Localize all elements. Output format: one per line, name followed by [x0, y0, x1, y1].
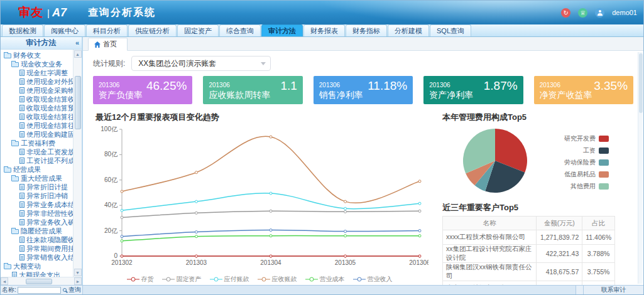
- tree-item[interactable]: 收取现金结算收入: [2, 95, 73, 104]
- main-vertical-scrollbar[interactable]: [638, 52, 643, 284]
- tab-home[interactable]: 首页: [88, 38, 128, 51]
- tree-vscroll-thumb[interactable]: [75, 76, 81, 129]
- nav-tab-5[interactable]: 固定资产: [177, 24, 219, 36]
- svg-text:201303: 201303: [186, 259, 207, 266]
- kpi-card: 20130611.18%销售净利率: [314, 76, 413, 104]
- scroll-left-icon[interactable]: ◄: [1, 277, 8, 285]
- crown-icon[interactable]: ♕: [578, 8, 587, 18]
- brand-separator: |: [47, 8, 50, 18]
- kpi-period: 201306: [319, 82, 340, 88]
- kpi-value: 46.25%: [146, 79, 187, 93]
- nav-tab-6[interactable]: 综合查询: [219, 24, 261, 36]
- tree-item-label: 重大经营成果: [21, 174, 62, 183]
- filter-label: 统计规则:: [93, 58, 125, 69]
- tree-item[interactable]: 现金红字调整: [2, 68, 73, 77]
- tree-search-input[interactable]: [18, 287, 61, 294]
- tree-item[interactable]: 非现金工资发放: [2, 148, 73, 156]
- trend-line-chart[interactable]: 020亿40亿60亿80亿100亿20130220130320130420130…: [90, 124, 428, 272]
- tree-item[interactable]: 使用现金采购物资: [2, 86, 73, 95]
- tree-item[interactable]: 使用现金结算往来款: [2, 121, 73, 130]
- legend-item[interactable]: 存货: [127, 275, 154, 284]
- top-bar: 审友 | A7 查询分析系统 ↻♕ demo01: [1, 1, 643, 24]
- tree-item[interactable]: 收取现金结算往来款: [2, 112, 73, 121]
- app-window: 审友 | A7 查询分析系统 ↻♕ demo01 数据检测阅账中心科目分析供应链…: [0, 0, 644, 295]
- scroll-right-icon[interactable]: ►: [74, 277, 82, 285]
- legend-item[interactable]: 应付账款: [210, 275, 249, 284]
- tree-item[interactable]: 工资计提不列成本费用: [2, 156, 73, 165]
- legend-item[interactable]: 营业收入: [353, 275, 393, 284]
- legend-item[interactable]: 应收账款: [258, 275, 297, 284]
- tree-item-label: 异常期间费用挂账: [26, 244, 73, 253]
- nav-tab-10[interactable]: 分析建模: [388, 24, 429, 36]
- main-vscroll-thumb[interactable]: [639, 53, 643, 113]
- tree-item[interactable]: 使用现金对外投资: [2, 77, 73, 86]
- table-cell: 418,675.57: [537, 263, 582, 281]
- main-area: 首页 统计规则: XX集团总公司演示账套 20130646.25%资产负债率20…: [83, 37, 643, 285]
- document-icon: [19, 149, 25, 155]
- username[interactable]: demo01: [612, 9, 637, 16]
- tree-horizontal-scrollbar[interactable]: ◄ ►: [1, 277, 82, 285]
- user-icon[interactable]: [595, 8, 604, 18]
- scroll-up-icon[interactable]: ▲: [74, 50, 82, 58]
- tree-vertical-scrollbar[interactable]: ▲ ▼: [73, 50, 82, 277]
- legend-item[interactable]: 固定资产: [162, 275, 202, 284]
- kpi-name: 净资产收益率: [540, 90, 592, 101]
- svg-text:201304: 201304: [260, 259, 281, 266]
- tree-item[interactable]: 大额现金支出: [2, 271, 73, 277]
- svg-text:201306: 201306: [409, 259, 428, 266]
- pie-legend-marker[interactable]: [599, 148, 609, 154]
- tree-item[interactable]: 异常折旧冲销: [2, 191, 73, 200]
- nav-tab-3[interactable]: 科目分析: [86, 24, 128, 36]
- kpi-name: 资产负债率: [99, 90, 143, 101]
- search-button[interactable]: 查询: [68, 286, 81, 294]
- tree-item[interactable]: 隐匿经营成果: [2, 227, 73, 235]
- document-icon: [19, 70, 25, 76]
- tree-item[interactable]: 工资福利费: [2, 139, 73, 148]
- tree-item[interactable]: 财务收支: [2, 51, 73, 60]
- svg-text:工资: 工资: [583, 147, 596, 154]
- nav-tab-7[interactable]: 审计方法: [261, 24, 303, 36]
- right-panel: 本年管理费用构成Top5 研究开发费工资劳动保险费低值易耗品其他费用 近三年重要…: [437, 110, 614, 285]
- kpi-period: 201306: [99, 82, 119, 88]
- tree-item[interactable]: 异常期间费用挂账: [2, 244, 73, 253]
- tree-item[interactable]: 经营成果: [2, 165, 73, 174]
- tree-item[interactable]: 异常折旧计提: [2, 183, 73, 191]
- tree-item[interactable]: 异常非经营性收入: [2, 209, 73, 218]
- tree-item[interactable]: 现金收支业务: [2, 60, 73, 68]
- tree-item[interactable]: 收取现金结算预收款: [2, 104, 73, 112]
- nav-tab-1[interactable]: 数据检测: [2, 24, 43, 36]
- nav-tab-9[interactable]: 财务指标: [346, 24, 387, 36]
- pie-legend-marker[interactable]: [599, 136, 609, 142]
- search-icon[interactable]: [63, 288, 67, 292]
- refresh-icon[interactable]: ↻: [561, 8, 570, 18]
- tree-item[interactable]: 异常业务收入确认: [2, 218, 73, 227]
- nav-tab-11[interactable]: SQL查询: [430, 24, 471, 36]
- tree-item-label: 往来款项隐匿收入: [26, 235, 73, 244]
- nav-tab-2[interactable]: 阅账中心: [44, 24, 85, 36]
- tree-item[interactable]: 异常销售收入结转: [2, 253, 73, 262]
- nav-tab-bar: 数据检测阅账中心科目分析供应链分析固定资产综合查询审计方法财务报表财务指标分析建…: [1, 24, 643, 37]
- collapse-sidebar-icon[interactable]: «: [75, 37, 79, 49]
- tree-item[interactable]: 重大经营成果: [2, 174, 73, 183]
- pie-legend-marker[interactable]: [599, 183, 609, 190]
- audit-method-tree: 财务收支现金收支业务现金红字调整使用现金对外投资使用现金采购物资收取现金结算收入…: [1, 50, 73, 277]
- expense-pie-chart[interactable]: 研究开发费工资劳动保险费低值易耗品其他费用: [437, 124, 614, 195]
- pie-legend-marker[interactable]: [599, 159, 609, 166]
- pie-legend-marker[interactable]: [599, 171, 609, 178]
- tree-item[interactable]: 大额变动: [2, 262, 73, 271]
- brand-en: A7: [52, 6, 67, 19]
- document-icon: [19, 122, 25, 129]
- folder-icon: [11, 176, 19, 181]
- nav-tab-4[interactable]: 供应链分析: [128, 24, 177, 36]
- scroll-down-icon[interactable]: ▼: [74, 269, 82, 276]
- legend-label: 营业成本: [320, 275, 345, 284]
- rule-select[interactable]: XX集团总公司演示账套: [131, 56, 271, 71]
- tree-item[interactable]: 使用现金购建固定资产: [2, 130, 73, 139]
- tree-item[interactable]: 往来款项隐匿收入: [2, 235, 73, 244]
- tree-item-label: 异常折旧冲销: [26, 191, 68, 200]
- kpi-name: 资产净利率: [429, 90, 473, 101]
- tree-hscroll-thumb[interactable]: [26, 279, 52, 284]
- legend-item[interactable]: 营业成本: [305, 275, 345, 284]
- nav-tab-8[interactable]: 财务报表: [303, 24, 345, 36]
- tree-item[interactable]: 异常业务成本结转: [2, 200, 73, 209]
